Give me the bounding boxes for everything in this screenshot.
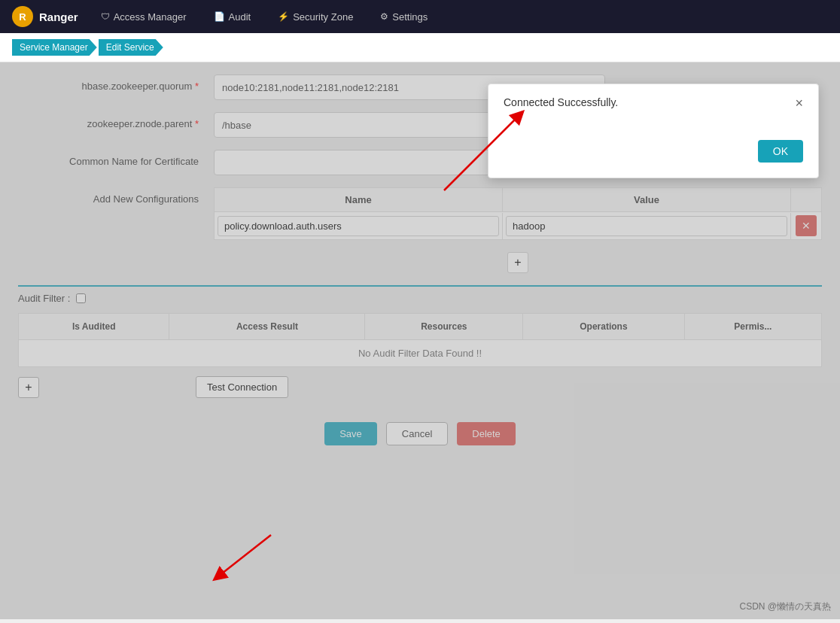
brand-logo: R (12, 6, 33, 27)
shield-icon: 🛡 (101, 11, 110, 22)
nav-access-manager[interactable]: 🛡 Access Manager (96, 8, 191, 26)
security-icon: ⚡ (278, 11, 289, 22)
nav-access-manager-label: Access Manager (114, 11, 187, 23)
breadcrumb: Service Manager Edit Service (0, 33, 840, 62)
top-navigation: R Ranger 🛡 Access Manager 📄 Audit ⚡ Secu… (0, 0, 840, 33)
main-content: hbase.zookeeper.quorum * zookeeper.znode… (0, 62, 840, 619)
nav-audit[interactable]: 📄 Audit (209, 8, 256, 26)
breadcrumb-service-manager[interactable]: Service Manager (12, 39, 97, 56)
modal-header: Connected Successfully. × (504, 96, 803, 110)
audit-icon: 📄 (214, 11, 225, 22)
nav-settings-label: Settings (392, 11, 428, 23)
nav-security-zone-label: Security Zone (293, 11, 353, 23)
nav-audit-label: Audit (229, 11, 251, 23)
success-modal: Connected Successfully. × OK (488, 84, 819, 178)
breadcrumb-edit-service[interactable]: Edit Service (99, 39, 163, 56)
nav-security-zone[interactable]: ⚡ Security Zone (273, 8, 358, 26)
settings-icon: ⚙ (380, 11, 388, 22)
modal-ok-button[interactable]: OK (758, 140, 803, 163)
brand: R Ranger (12, 6, 78, 27)
modal-title: Connected Successfully. (504, 96, 618, 108)
brand-name: Ranger (39, 11, 78, 23)
modal-close-button[interactable]: × (795, 96, 803, 110)
nav-settings[interactable]: ⚙ Settings (376, 8, 432, 26)
modal-footer: OK (504, 140, 803, 163)
